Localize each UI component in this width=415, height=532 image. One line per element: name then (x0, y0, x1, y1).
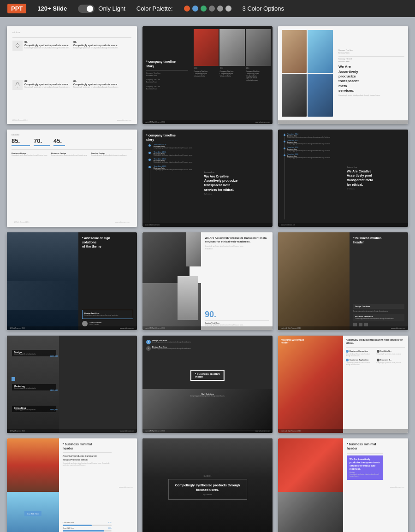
icon-box-1 (12, 41, 23, 51)
slide-r3c1[interactable]: * awesome designsolutionsof the theme De… (7, 232, 137, 330)
list-item: 01. Competingly synthesize products user… (12, 41, 71, 77)
slide-r4c2[interactable]: 5 Design Text Here Competingly synthesiz… (142, 336, 273, 433)
slide-r3c2-num: 90. (205, 310, 269, 319)
toggle-wrap[interactable]: Only Light (78, 5, 125, 13)
timeline-entry: Time Line 2016 Business Note Competingly… (146, 143, 202, 149)
feature-item: Business E... Competingly synthesize vir… (377, 359, 406, 366)
image-bridge (278, 232, 350, 330)
feature-item: Customer Application Competingly synthes… (346, 359, 375, 366)
slide-r5c2-title: Competingly synthesize products through … (173, 483, 242, 492)
toggle-knob (87, 6, 93, 12)
slide-r4c3[interactable]: * featured with imageheader Assertively … (278, 336, 408, 433)
label-item: Business Design Competingly synth. virtu… (51, 152, 87, 156)
image-cell (308, 30, 332, 73)
label-item: Business Design Competingly synth. virtu… (12, 152, 47, 156)
image-cell (308, 74, 332, 117)
top-bar: PPT 120+ Slide Only Light Color Palette:… (0, 0, 415, 17)
image-left-r4c1: Design Competingly synth. virtual produc… (7, 336, 59, 433)
slide-r1c3-footer: martin | All Right Reserved 2016 www.web… (278, 120, 408, 124)
image-cell (282, 30, 307, 73)
slide-r3c1-title: * awesome designsolutionsof the theme (82, 236, 133, 248)
dot-gray3[interactable] (225, 6, 231, 12)
slide-r1c1-title: minimal (12, 31, 131, 34)
slide-r1c3[interactable]: Company Time Line Business Team Company … (278, 26, 408, 124)
slide-r1c2[interactable]: * company timelinestory Company Time Lin… (142, 26, 273, 124)
progress-bar-1 (63, 525, 112, 526)
slide-r3c1-role: CEO / Founder (89, 324, 101, 325)
slide-r1c1-grid: 01. Competingly synthesize products user… (12, 41, 131, 117)
dot-gray2[interactable] (217, 6, 223, 12)
slide-r2c3[interactable]: Time Line 2014 Business Note Competingly… (278, 130, 408, 227)
feature-item: Business Consulting Competingly synthesi… (346, 350, 375, 357)
slide-r5c3[interactable]: * business minimalheader We Are Assertiv… (278, 438, 408, 532)
color-dots (184, 6, 231, 12)
only-light-label: Only Light (98, 5, 125, 12)
dot-gray1[interactable] (209, 6, 215, 12)
color-options-label: 3 Color Options (243, 5, 284, 12)
image-bottom: High Solutions Competingly synthesize pr… (142, 389, 273, 433)
slide-r1c2-footer: martin | All Right Reserved 2016 www.web… (142, 120, 273, 124)
list-item: 2013 Company Title LineCompetingly synth… (246, 29, 271, 121)
progress-bar-2 (63, 530, 112, 532)
slide-r2c3-headline: We Are CreativeAssertively prodtranspare… (347, 169, 404, 187)
slide-r2c2-headline: We Are CreativeAssertively producizetran… (204, 174, 269, 192)
label-item: Timeline Design Competingly synth. virtu… (91, 152, 127, 156)
format-badge: PPT (7, 4, 26, 13)
slide-r2c2-title: * company timelinestory (146, 133, 269, 142)
slide-r3c1-footer: All Right Reserved 2016 www.websitename.… (7, 326, 137, 330)
timeline-entry: Time Line 2008 Business Note Competingly… (282, 154, 339, 159)
slide-r5c2[interactable]: SLIDE 01 Competingly synthesize products… (142, 438, 273, 532)
slide-r4c3-footer: martin | All Right Reserved 2016 www.web… (278, 429, 408, 433)
dot-green[interactable] (201, 6, 207, 12)
stat-item: 85. (12, 137, 30, 147)
image-left-r5c3 (278, 438, 343, 532)
slide-r1c3-headline: We AreAssertivelyproducizetransparentmet… (338, 65, 404, 93)
color-palette-label: Color Palette: (136, 5, 173, 12)
slide-r2c1-title: timeline (12, 133, 132, 136)
slide-r5c1-title: * business minimalheader (63, 442, 112, 450)
dot-blue[interactable] (192, 6, 198, 12)
slide-r5c3-headline: We Are Assertively producize transparent… (350, 458, 380, 471)
slide-r4c2-footer: martin | All Right Reserved 2016 www.web… (142, 429, 273, 433)
list-item: 2012 Company Title LineCompetingly synth… (219, 29, 244, 121)
slide-r2c1[interactable]: timeline 85. 70. 45. Business Design (7, 130, 137, 227)
timeline-entry: Time Line 2012 Business Note Competingly… (282, 140, 339, 145)
dot-red[interactable] (184, 6, 190, 12)
slide-r2c3-footer: www.websitename.com (278, 223, 408, 227)
slide-r4c1-footer: All Right Reserved 2016 www.websitename.… (7, 429, 137, 433)
timeline-entry: Time Line 2009 Business Note Competingly… (146, 165, 202, 171)
slide-r3c3[interactable]: * business minimalheader Design Text Her… (278, 232, 408, 330)
timeline-entry: Time Line 2010 Business Note Competingly… (282, 147, 339, 152)
small-icon (353, 323, 357, 326)
slide-r2c2[interactable]: * company timelinestory Time Line 2016 B… (142, 130, 273, 227)
slide-r5c1-headline: Assertively producize transparentmeta se… (63, 455, 112, 461)
slides-grid: minimal 01. Competingly synthesize produ… (0, 17, 415, 532)
icon-row (353, 323, 404, 326)
timeline-entry: Time Line 2012 Business Note Competingly… (146, 158, 202, 164)
slide-r3c2-headline: We Are Assertively producize transparent… (205, 236, 269, 244)
icon-box-2 (12, 80, 23, 90)
stat-item: 70. (34, 137, 50, 147)
slide-r5c2-slide-num: SLIDE 01 (158, 475, 257, 477)
list-item: 02. Competingly synthesize products user… (12, 80, 71, 116)
slide-r3c3-title: * business minimalheader (353, 236, 404, 244)
only-light-toggle[interactable] (78, 5, 95, 13)
slide-r2c2-footer: www.websitename.com (142, 223, 273, 227)
timeline-entry: Time Line 2014 Business Note Competingly… (146, 151, 202, 157)
image-left-r4c3: * featured with imageheader (278, 336, 343, 433)
slide-r3c3-footer: martin | All Right Reserved 2016 www.web… (278, 326, 408, 330)
slide-r4c1[interactable]: Design Competingly synth. virtual produc… (7, 336, 137, 433)
slide-r3c2-footer: martin | All Right Reserved 2016 www.web… (142, 326, 273, 330)
feature-item: Portfolio W... Competingly synthesize vi… (377, 350, 406, 357)
slide-r1c1[interactable]: minimal 01. Competingly synthesize produ… (7, 26, 137, 124)
slide-r3c2[interactable]: We Are Assertively producize transparent… (142, 232, 273, 330)
list-item: 5 Design Text Here Competingly synthesiz… (146, 339, 269, 344)
slide-r4c3-title: * featured with imageheader (281, 338, 340, 344)
small-icon (364, 323, 368, 326)
slide-count: 120+ Slide (37, 5, 67, 12)
image-left-r5c1: Your Title Here (7, 438, 59, 532)
stat-item: 45. (53, 137, 65, 147)
small-icon (359, 323, 362, 326)
timeline-entry: Time Line 2014 Business Note Competingly… (282, 133, 339, 139)
slide-r5c1[interactable]: Your Title Here * business minimalheader… (7, 438, 137, 532)
